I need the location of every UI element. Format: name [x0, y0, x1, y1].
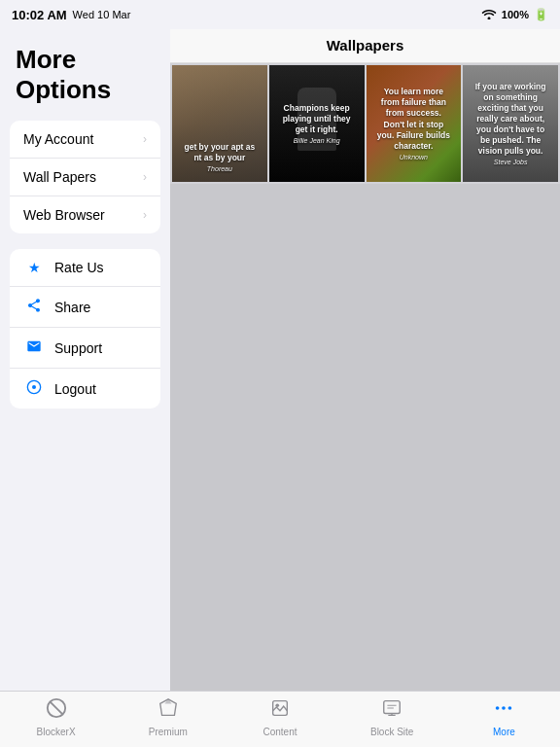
tab-content[interactable]: Content	[224, 697, 335, 737]
more-icon	[493, 697, 514, 724]
content-body	[170, 184, 560, 691]
sidebar-item-logout[interactable]: Logout	[10, 369, 160, 409]
sidebar-title: More Options	[0, 45, 170, 121]
wallpaper-card-2[interactable]: Champions keep playing until they get it…	[269, 65, 365, 182]
svg-point-10	[503, 706, 507, 710]
status-bar: 10:02 AM Wed 10 Mar 100% 🔋	[0, 0, 560, 29]
star-icon: ★	[23, 260, 45, 275]
tab-blockerx[interactable]: BlockerX	[0, 697, 112, 737]
wallpaper-quote-3: You learn more from failure than from su…	[376, 87, 452, 151]
battery-icon: 🔋	[534, 8, 548, 21]
menu-item-label: Web Browser	[23, 207, 105, 223]
battery-text: 100%	[502, 9, 529, 20]
menu-item-label: Rate Us	[54, 260, 104, 275]
chevron-icon: ›	[143, 208, 147, 222]
block-site-icon	[381, 697, 402, 724]
status-right-icons: 100% 🔋	[481, 8, 548, 22]
svg-point-11	[508, 706, 512, 710]
tab-premium[interactable]: Premium	[112, 697, 224, 737]
tab-blockerx-label: BlockerX	[37, 727, 76, 737]
svg-point-9	[496, 706, 500, 710]
sidebar-item-rate-us[interactable]: ★ Rate Us	[10, 249, 160, 287]
tab-block-site-label: Block Site	[370, 727, 413, 737]
sidebar-item-support[interactable]: Support	[10, 328, 160, 369]
wallpaper-quote-4: If you are working on something exciting…	[472, 82, 548, 157]
menu-item-label: My Account	[23, 131, 93, 147]
sidebar-item-web-browser[interactable]: Web Browser ›	[10, 196, 160, 233]
wallpaper-author-3: Unknown	[376, 154, 452, 160]
content-area: Wallpapers get by your apt as nt as by y…	[170, 29, 560, 691]
sidebar-item-share[interactable]: Share	[10, 287, 160, 328]
chevron-icon: ›	[143, 170, 147, 184]
tab-content-label: Content	[262, 727, 297, 737]
sidebar-menu-group-2: ★ Rate Us Share	[10, 249, 160, 409]
support-icon	[23, 338, 45, 357]
blockerx-icon	[46, 697, 67, 724]
wifi-icon	[481, 8, 497, 22]
menu-item-label: Logout	[54, 381, 96, 397]
wallpaper-author-2: Billie Jean King	[279, 137, 355, 144]
status-time: 10:02 AM	[12, 8, 67, 22]
logout-icon	[23, 379, 45, 398]
tab-block-site[interactable]: Block Site	[336, 697, 448, 737]
sidebar: More Options My Account › Wall Papers › …	[0, 29, 170, 691]
content-icon	[269, 697, 291, 724]
status-date: Wed 10 Mar	[73, 9, 131, 20]
main-layout: More Options My Account › Wall Papers › …	[0, 29, 560, 691]
wallpapers-header: Wallpapers	[170, 29, 560, 63]
premium-icon	[158, 697, 179, 724]
share-icon	[23, 298, 45, 316]
wallpaper-quote-2: Champions keep playing until they get it…	[279, 103, 355, 135]
menu-item-label: Share	[54, 300, 90, 315]
svg-point-1	[32, 385, 36, 389]
menu-item-label: Wall Papers	[23, 169, 96, 185]
tab-premium-label: Premium	[149, 727, 188, 737]
svg-rect-6	[384, 701, 401, 714]
tab-more-label: More	[493, 727, 515, 737]
menu-item-label: Support	[54, 340, 102, 356]
wallpaper-card-4[interactable]: If you are working on something exciting…	[463, 65, 558, 182]
chevron-icon: ›	[143, 132, 147, 146]
wallpaper-author-4: Steve Jobs	[472, 159, 548, 165]
wallpaper-card-3[interactable]: You learn more from failure than from su…	[367, 65, 462, 182]
wallpaper-grid: get by your apt as nt as by your Thoreau	[170, 63, 560, 184]
wallpaper-author-1: Thoreau	[182, 165, 258, 172]
tab-bar: BlockerX Premium Content	[0, 691, 560, 747]
wallpapers-title: Wallpapers	[327, 37, 403, 53]
wallpaper-card-1[interactable]: get by your apt as nt as by your Thoreau	[172, 65, 267, 182]
sidebar-menu-group-1: My Account › Wall Papers › Web Browser ›	[10, 121, 160, 233]
tab-more[interactable]: More	[448, 697, 560, 737]
svg-line-3	[50, 702, 62, 715]
sidebar-item-my-account[interactable]: My Account ›	[10, 121, 160, 159]
sidebar-item-wall-papers[interactable]: Wall Papers ›	[10, 159, 160, 196]
wallpaper-quote-1: get by your apt as nt as by your	[182, 142, 258, 163]
